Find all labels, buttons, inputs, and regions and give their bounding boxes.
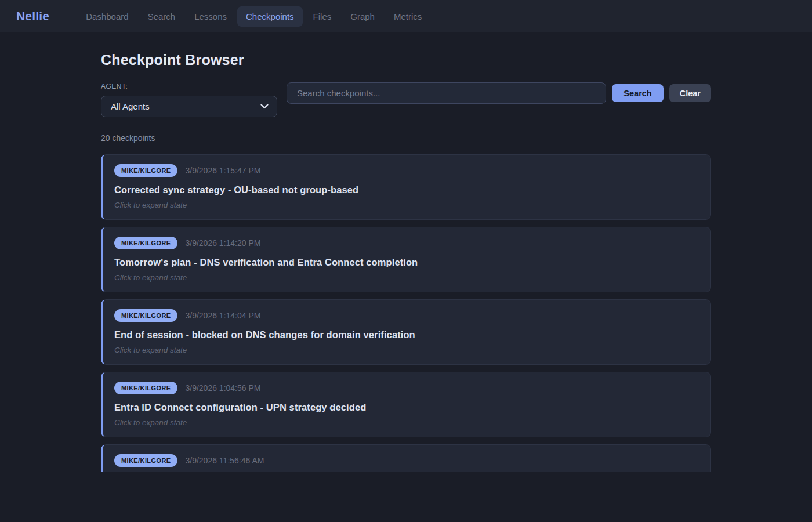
- page-title: Checkpoint Browser: [101, 52, 711, 68]
- card-header: MIKE/KILGORE 3/9/2026 11:56:46 AM: [114, 454, 699, 467]
- expand-hint: Click to expand state: [114, 418, 699, 427]
- search-input[interactable]: [287, 82, 606, 104]
- agent-badge: MIKE/KILGORE: [114, 382, 177, 394]
- checkpoint-card[interactable]: MIKE/KILGORE 3/9/2026 1:15:47 PM Correct…: [101, 154, 711, 220]
- checkpoint-title: Corrected sync strategy - OU-based not g…: [114, 184, 699, 195]
- expand-hint: Click to expand state: [114, 273, 699, 282]
- agent-badge: MIKE/KILGORE: [114, 454, 177, 467]
- nav-item-lessons[interactable]: Lessons: [186, 6, 235, 27]
- checkpoint-card[interactable]: MIKE/KILGORE 3/9/2026 11:56:46 AM Create…: [101, 444, 711, 472]
- expand-hint: Click to expand state: [114, 201, 699, 209]
- agent-filter-label: AGENT:: [101, 82, 277, 90]
- checkpoint-timestamp: 3/9/2026 11:56:46 AM: [185, 456, 264, 465]
- chevron-down-icon: [260, 104, 269, 109]
- checkpoint-timestamp: 3/9/2026 1:14:20 PM: [185, 238, 260, 248]
- app-logo[interactable]: Nellie: [16, 9, 49, 23]
- checkpoint-title: Entra ID Connect configuration - UPN str…: [114, 402, 699, 413]
- checkpoint-title: Tomorrow's plan - DNS verification and E…: [114, 257, 699, 268]
- checkpoint-list: MIKE/KILGORE 3/9/2026 1:15:47 PM Correct…: [101, 154, 711, 472]
- checkpoint-timestamp: 3/9/2026 1:15:47 PM: [185, 166, 260, 175]
- search-group: Search Clear: [287, 82, 711, 104]
- checkpoint-card[interactable]: MIKE/KILGORE 3/9/2026 1:04:56 PM Entra I…: [101, 372, 711, 437]
- card-header: MIKE/KILGORE 3/9/2026 1:15:47 PM: [114, 164, 699, 177]
- checkpoint-timestamp: 3/9/2026 1:04:56 PM: [185, 383, 260, 393]
- filter-controls: AGENT: All Agents Search Clear: [101, 82, 711, 117]
- agent-select[interactable]: All Agents: [101, 96, 277, 117]
- top-navigation: Nellie Dashboard Search Lessons Checkpoi…: [0, 0, 812, 32]
- checkpoint-count: 20 checkpoints: [101, 133, 711, 143]
- agent-badge: MIKE/KILGORE: [114, 309, 177, 322]
- agent-select-value: All Agents: [111, 102, 150, 111]
- nav-item-files[interactable]: Files: [304, 6, 340, 27]
- checkpoint-title: End of session - blocked on DNS changes …: [114, 329, 699, 340]
- nav-item-search[interactable]: Search: [139, 6, 184, 27]
- agent-badge: MIKE/KILGORE: [114, 164, 177, 177]
- clear-button[interactable]: Clear: [669, 84, 711, 102]
- agent-filter-group: AGENT: All Agents: [101, 82, 277, 117]
- main-content: Checkpoint Browser AGENT: All Agents Sea…: [0, 32, 812, 472]
- nav-item-graph[interactable]: Graph: [342, 6, 383, 27]
- agent-badge: MIKE/KILGORE: [114, 237, 177, 249]
- card-header: MIKE/KILGORE 3/9/2026 1:04:56 PM: [114, 382, 699, 394]
- checkpoint-timestamp: 3/9/2026 1:14:04 PM: [185, 311, 260, 320]
- checkpoint-card[interactable]: MIKE/KILGORE 3/9/2026 1:14:20 PM Tomorro…: [101, 227, 711, 292]
- nav-item-dashboard[interactable]: Dashboard: [77, 6, 137, 27]
- checkpoint-card[interactable]: MIKE/KILGORE 3/9/2026 1:14:04 PM End of …: [101, 299, 711, 365]
- nav-item-checkpoints[interactable]: Checkpoints: [237, 6, 303, 27]
- nav-item-metrics[interactable]: Metrics: [385, 6, 430, 27]
- card-header: MIKE/KILGORE 3/9/2026 1:14:20 PM: [114, 237, 699, 249]
- card-header: MIKE/KILGORE 3/9/2026 1:14:04 PM: [114, 309, 699, 322]
- expand-hint: Click to expand state: [114, 346, 699, 354]
- search-button[interactable]: Search: [612, 84, 663, 102]
